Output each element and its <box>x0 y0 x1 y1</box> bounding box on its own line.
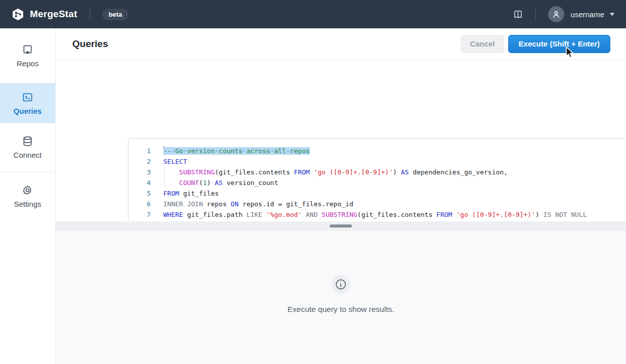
beta-badge: beta <box>102 9 129 20</box>
sidebar-item-label: Queries <box>14 107 42 115</box>
results-message: Execute query to show results. <box>56 305 626 314</box>
navbar-divider <box>535 8 536 21</box>
code-line[interactable]: 1--·Go·version·counts·across·all·repos <box>128 146 626 156</box>
book-icon <box>513 9 523 20</box>
brand[interactable]: MergeStat <box>11 8 77 21</box>
mergestat-logo-icon <box>11 8 25 21</box>
sidebar-item-label: Repos <box>17 59 38 68</box>
text-selection: --·Go·version·counts·across·all·repos <box>163 147 310 155</box>
sidebar-item-label: Settings <box>14 200 41 208</box>
top-navbar: MergeStat beta username <box>0 0 626 28</box>
editor-zone: 1--·Go·version·counts·across·all·repos2S… <box>56 60 626 221</box>
code-line-content[interactable]: WHERE git_files.path LIKE '%go.mod' AND … <box>157 209 587 220</box>
results-panel: Execute query to show results. <box>56 231 626 364</box>
sidebar-item-label: Connect <box>14 151 42 159</box>
code-line[interactable]: 6INNER JOIN repos ON repos.id = git_file… <box>128 199 626 209</box>
line-number: 5 <box>128 188 157 199</box>
code-line[interactable]: 7WHERE git_files.path LIKE '%go.mod' AND… <box>128 209 626 220</box>
code-line-content[interactable]: SUBSTRING(git_files.contents FROM 'go ([… <box>157 167 508 177</box>
navbar-divider <box>90 8 90 21</box>
brand-name: MergeStat <box>30 9 77 20</box>
avatar <box>548 6 564 22</box>
code-line[interactable]: 3 SUBSTRING(git_files.contents FROM 'go … <box>128 167 626 177</box>
resize-handle[interactable] <box>330 224 352 228</box>
code-line[interactable]: 4 COUNT(1) AS version_count <box>128 177 626 188</box>
chevron-down-icon <box>609 13 615 16</box>
line-number: 7 <box>128 209 157 220</box>
repos-icon <box>22 44 33 56</box>
code-line[interactable]: 2SELECT <box>128 156 626 167</box>
code-line-content[interactable]: COUNT(1) AS version_count <box>157 177 278 188</box>
code-line[interactable]: 5FROM git_files <box>128 188 626 199</box>
code-line-content[interactable]: FROM git_files <box>157 188 219 199</box>
info-icon <box>332 275 350 294</box>
split-divider <box>56 221 626 231</box>
terminal-icon <box>22 92 33 103</box>
page-title: Queries <box>72 38 108 50</box>
sidebar-item-repos[interactable]: Repos <box>0 28 55 83</box>
sidebar-item-settings[interactable]: Settings <box>0 171 55 220</box>
code-line-content[interactable]: SELECT <box>157 156 187 167</box>
indent-guide <box>164 167 165 189</box>
header-actions: Cancel Execute (Shift + Enter) <box>461 35 610 53</box>
line-number: 2 <box>128 156 157 167</box>
execute-button[interactable]: Execute (Shift + Enter) <box>508 35 610 53</box>
sidebar-item-connect[interactable]: Connect <box>0 123 55 171</box>
database-icon <box>22 135 33 147</box>
docs-button[interactable] <box>513 9 523 20</box>
line-number: 4 <box>128 177 157 188</box>
username-label: username <box>570 10 604 19</box>
gear-icon <box>22 185 33 196</box>
app-window: MergeStat beta username <box>0 0 626 364</box>
code-line-content[interactable]: --·Go·version·counts·across·all·repos <box>157 146 310 156</box>
cancel-button[interactable]: Cancel <box>461 35 504 53</box>
code-line-content[interactable]: INNER JOIN repos ON repos.id = git_files… <box>157 199 353 209</box>
line-number: 6 <box>128 199 157 209</box>
user-menu[interactable]: username <box>548 6 615 22</box>
line-number: 1 <box>128 146 157 156</box>
page-header: Queries Cancel Execute (Shift + Enter) <box>56 28 626 60</box>
line-number: 3 <box>128 167 157 177</box>
sidebar-item-queries[interactable]: Queries <box>0 83 55 123</box>
sidebar: Repos Queries Connect <box>0 28 56 364</box>
